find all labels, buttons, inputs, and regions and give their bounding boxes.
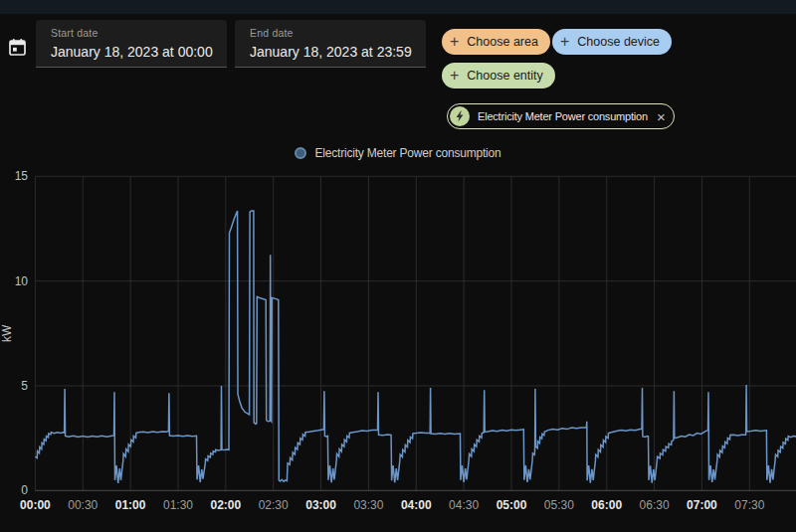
choose-device-label: Choose device	[577, 35, 660, 49]
choose-entity-button[interactable]: + Choose entity	[442, 63, 555, 89]
entity-avatar	[450, 106, 470, 126]
y-axis-tick-label: 5	[21, 379, 28, 393]
x-axis-tick-label: 00:00	[20, 498, 51, 512]
start-date-field[interactable]: Start date January 18, 2023 at 00:00	[36, 20, 227, 68]
x-axis-tick-label: 01:00	[115, 498, 146, 512]
y-axis-title: kW	[0, 324, 14, 342]
x-axis-tick-label: 02:00	[210, 498, 241, 512]
selected-entity-chip[interactable]: Electricity Meter Power consumption ×	[447, 103, 675, 129]
y-axis-tick-label: 10	[15, 274, 29, 288]
calendar-icon[interactable]	[8, 38, 27, 57]
x-axis-tick-label: 00:30	[68, 498, 98, 512]
x-axis-tick-label: 06:00	[591, 498, 622, 512]
x-axis-tick-label: 01:30	[163, 498, 193, 512]
plus-icon: +	[450, 68, 459, 84]
choose-entity-label: Choose entity	[467, 69, 542, 83]
x-axis-tick-label: 03:00	[305, 498, 336, 512]
legend-dot	[295, 147, 306, 159]
selected-entity-label: Electricity Meter Power consumption	[478, 110, 648, 122]
x-axis-tick-label: 04:00	[401, 498, 432, 512]
x-axis-tick-label: 06:30	[640, 498, 670, 512]
flash-icon	[454, 110, 466, 122]
end-date-field[interactable]: End date January 18, 2023 at 23:59	[235, 20, 426, 68]
start-date-label: Start date	[51, 27, 219, 39]
start-date-value: January 18, 2023 at 00:00	[51, 44, 219, 60]
choose-area-button[interactable]: + Choose area	[442, 29, 550, 55]
consumption-line-series	[35, 211, 796, 483]
end-date-label: End date	[250, 27, 418, 39]
choose-area-label: Choose area	[467, 35, 538, 49]
chart-legend[interactable]: Electricity Meter Power consumption	[0, 146, 796, 160]
plus-icon: +	[560, 34, 569, 50]
x-axis-tick-label: 07:30	[734, 498, 764, 512]
x-axis-tick-label: 05:00	[497, 498, 527, 512]
x-axis-tick-label: 02:30	[259, 498, 289, 512]
power-consumption-chart: 05101500:0000:3001:0001:3002:0002:3003:0…	[0, 0, 796, 532]
calendar-icon-glyph	[8, 38, 27, 57]
x-axis-tick-label: 03:30	[353, 498, 383, 512]
choose-device-button[interactable]: + Choose device	[552, 29, 672, 55]
y-axis-tick-label: 0	[21, 483, 28, 497]
end-date-value: January 18, 2023 at 23:59	[250, 44, 418, 60]
top-strip	[0, 0, 796, 14]
y-axis-tick-label: 15	[15, 169, 29, 183]
x-axis-tick-label: 04:30	[449, 498, 479, 512]
plus-icon: +	[450, 34, 459, 50]
legend-label: Electricity Meter Power consumption	[314, 146, 500, 160]
x-axis-tick-label: 05:30	[544, 498, 574, 512]
remove-entity-icon[interactable]: ×	[657, 109, 666, 124]
x-axis-tick-label: 07:00	[687, 498, 717, 512]
